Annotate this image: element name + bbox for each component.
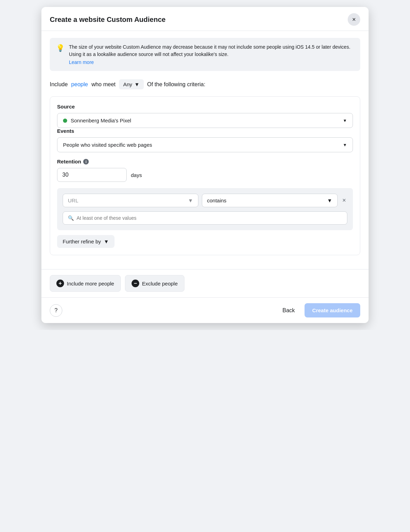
- source-dropdown-left: Sonnenberg Media's Pixel: [63, 118, 131, 123]
- further-refine-button[interactable]: Further refine by ▼: [57, 235, 115, 248]
- lightbulb-icon: 💡: [56, 44, 65, 52]
- contains-chevron-icon: ▼: [327, 198, 332, 203]
- exclude-label: Exclude people: [142, 281, 178, 287]
- minus-icon: −: [132, 280, 139, 287]
- help-icon: ?: [55, 307, 58, 314]
- include-label: Include: [50, 81, 68, 88]
- info-banner: 💡 The size of your website Custom Audien…: [50, 38, 360, 71]
- events-chevron-icon: ▼: [343, 143, 347, 147]
- search-input-wrapper: 🔍: [63, 211, 347, 225]
- retention-input[interactable]: [57, 168, 127, 182]
- any-dropdown[interactable]: Any ▼: [119, 79, 144, 89]
- source-dropdown[interactable]: Sonnenberg Media's Pixel ▼: [57, 113, 353, 128]
- contains-dropdown[interactable]: contains ▼: [202, 194, 338, 207]
- modal-header: Create a website Custom Audience ×: [41, 7, 369, 31]
- source-selected: Sonnenberg Media's Pixel: [71, 118, 131, 123]
- retention-info-icon[interactable]: i: [83, 159, 89, 164]
- modal-title: Create a website Custom Audience: [50, 16, 166, 24]
- source-chevron-icon: ▼: [343, 118, 347, 123]
- modal-footer: ? Back Create audience: [41, 297, 369, 323]
- help-button[interactable]: ?: [50, 304, 62, 317]
- events-selected: People who visited specific web pages: [63, 142, 152, 148]
- green-dot-icon: [63, 119, 67, 123]
- any-label: Any: [123, 81, 132, 87]
- events-dropdown[interactable]: People who visited specific web pages ▼: [57, 137, 353, 152]
- events-section: Events People who visited specific web p…: [57, 128, 353, 152]
- include-more-button[interactable]: + Include more people: [50, 275, 121, 292]
- info-content: The size of your website Custom Audience…: [69, 43, 354, 65]
- contains-label: contains: [207, 198, 227, 203]
- source-section: Source Sonnenberg Media's Pixel ▼: [57, 104, 353, 128]
- criteria-row: Include people who meet Any ▼ Of the fol…: [50, 79, 360, 89]
- further-refine-label: Further refine by: [63, 239, 101, 244]
- url-filter-box: URL ▼ contains ▼ × 🔍: [57, 188, 353, 230]
- search-input[interactable]: [77, 215, 342, 221]
- retention-label-text: Retention: [57, 159, 81, 164]
- main-section-card: Source Sonnenberg Media's Pixel ▼ Events…: [50, 96, 360, 255]
- people-label: people: [71, 81, 88, 88]
- retention-section: Retention i days: [57, 159, 353, 182]
- of-following-label: Of the following criteria:: [147, 81, 205, 88]
- events-label: Events: [57, 128, 353, 134]
- who-meet-label: who meet: [92, 81, 116, 88]
- modal-body: 💡 The size of your website Custom Audien…: [41, 31, 369, 269]
- include-more-label: Include more people: [67, 281, 114, 287]
- retention-label-row: Retention i: [57, 159, 353, 164]
- any-chevron-icon: ▼: [134, 81, 140, 87]
- close-button[interactable]: ×: [348, 13, 360, 26]
- exclude-people-button[interactable]: − Exclude people: [125, 275, 184, 292]
- search-icon: 🔍: [68, 215, 74, 221]
- days-label: days: [131, 172, 142, 178]
- url-label: URL: [68, 198, 78, 203]
- actions-row: + Include more people − Exclude people: [41, 269, 369, 297]
- url-chevron-icon: ▼: [188, 198, 193, 203]
- retention-row: days: [57, 168, 353, 182]
- info-text: The size of your website Custom Audience…: [69, 44, 350, 57]
- learn-more-link[interactable]: Learn more: [69, 59, 94, 65]
- refine-chevron-icon: ▼: [104, 239, 109, 244]
- plus-icon: +: [56, 280, 64, 287]
- remove-icon: ×: [342, 197, 346, 204]
- url-filter-row: URL ▼ contains ▼ ×: [63, 194, 347, 207]
- footer-right: Back Create audience: [277, 303, 360, 317]
- source-label: Source: [57, 104, 353, 110]
- create-audience-modal: Create a website Custom Audience × 💡 The…: [41, 7, 369, 323]
- create-audience-button[interactable]: Create audience: [305, 303, 360, 317]
- url-dropdown[interactable]: URL ▼: [63, 194, 198, 207]
- remove-filter-button[interactable]: ×: [341, 195, 348, 205]
- back-button[interactable]: Back: [277, 304, 301, 317]
